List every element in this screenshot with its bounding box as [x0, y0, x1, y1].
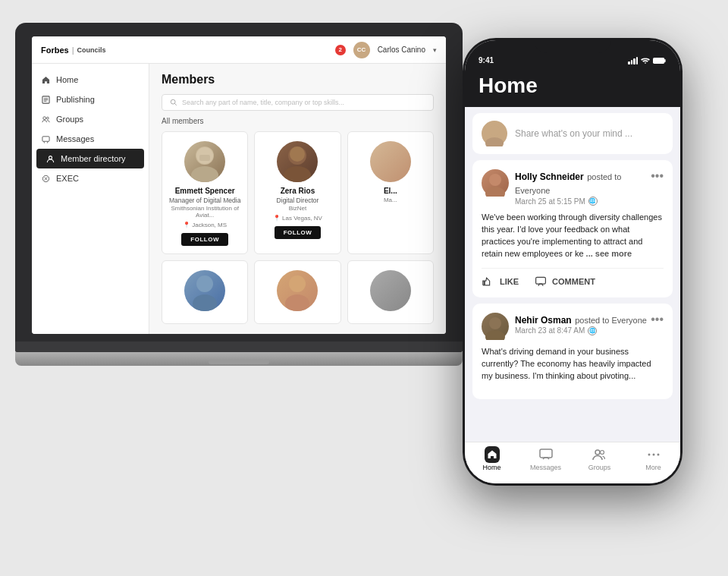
svg-point-33	[600, 451, 604, 455]
avatar	[184, 141, 225, 182]
svg-point-30	[485, 330, 505, 340]
post-header: Holly Schneider posted to Everyone March…	[482, 169, 664, 206]
phone-page-title: Home	[479, 74, 667, 98]
sidebar-item-groups[interactable]: Groups	[32, 109, 149, 129]
exec-icon	[41, 174, 50, 183]
post-options-button[interactable]: •••	[651, 313, 664, 326]
comment-button[interactable]: COMMENT	[534, 275, 595, 288]
status-time: 9:41	[479, 56, 494, 65]
svg-rect-31	[540, 449, 552, 458]
groups-icon	[41, 115, 50, 124]
member-card	[347, 260, 434, 324]
dropdown-arrow-icon[interactable]: ▾	[433, 46, 437, 54]
nav-item-groups[interactable]: Groups	[573, 447, 626, 471]
sidebar-item-home[interactable]: Home	[32, 70, 149, 90]
svg-point-27	[485, 187, 505, 197]
svg-point-26	[489, 174, 501, 186]
follow-button[interactable]: FOLLOW	[181, 233, 228, 246]
user-avatar	[482, 121, 507, 146]
laptop-hinge	[15, 342, 463, 352]
share-box[interactable]: Share what's on your mind ...	[472, 113, 673, 154]
post-meta: Nehir Osman posted to Everyone March 23 …	[515, 313, 647, 335]
svg-point-5	[46, 117, 49, 119]
location-icon: 📍	[183, 222, 190, 228]
post-card: Nehir Osman posted to Everyone March 23 …	[472, 304, 673, 399]
laptop-screen-inner: Forbes | Councils 2 CC Carlos Canino ▾	[32, 36, 446, 334]
member-location: 📍 Jackson, MS	[168, 222, 241, 228]
comment-icon	[534, 275, 548, 288]
laptop-device: Forbes | Councils 2 CC Carlos Canino ▾	[15, 23, 463, 493]
members-grid: Emmett Spencer Manager of Digital Media …	[162, 131, 434, 324]
home-nav-icon	[485, 447, 500, 462]
like-button[interactable]: LIKE	[482, 275, 519, 288]
svg-point-20	[289, 275, 306, 292]
nav-item-more[interactable]: More	[626, 447, 680, 471]
search-bar[interactable]: Search any part of name, title, company …	[162, 94, 434, 111]
svg-point-35	[652, 454, 654, 456]
follow-button[interactable]: FOLLOW	[275, 226, 322, 239]
groups-nav-icon	[592, 447, 607, 462]
member-card	[162, 260, 248, 324]
post-options-button[interactable]: •••	[651, 169, 664, 183]
svg-point-19	[193, 294, 217, 311]
notification-badge[interactable]: 2	[335, 45, 346, 55]
member-name: El...	[354, 187, 427, 195]
avatar	[370, 270, 411, 311]
svg-point-17	[290, 146, 305, 162]
svg-point-12	[191, 166, 218, 182]
all-members-label: All members	[162, 117, 434, 125]
svg-rect-28	[536, 277, 546, 284]
member-company: Smithsonian Institution of Aviat...	[168, 205, 241, 219]
svg-point-9	[171, 99, 175, 104]
svg-point-36	[657, 454, 659, 456]
post-header: Nehir Osman posted to Everyone March 23 …	[482, 313, 664, 340]
nav-item-home[interactable]: Home	[465, 447, 519, 471]
member-name: Zera Rios	[261, 187, 334, 195]
nav-item-messages[interactable]: Messages	[519, 447, 573, 471]
messages-icon	[41, 134, 50, 143]
svg-point-25	[485, 137, 504, 146]
like-icon	[482, 275, 495, 288]
search-placeholder: Search any part of name, title, company …	[182, 99, 344, 106]
svg-point-21	[285, 294, 309, 311]
more-nav-icon	[646, 447, 661, 462]
phone-status-bar: 9:41	[465, 40, 680, 68]
share-placeholder: Share what's on your mind ...	[515, 128, 632, 139]
svg-point-18	[196, 275, 213, 292]
user-avatar: CC	[353, 42, 370, 58]
member-title: Digital Director	[261, 197, 334, 204]
svg-point-29	[489, 317, 501, 329]
wifi-icon	[641, 58, 650, 65]
member-title: Manager of Digital Media	[168, 197, 241, 204]
nav-label-more: More	[645, 464, 661, 471]
member-directory-icon	[46, 154, 55, 163]
member-name: Emmett Spencer	[168, 187, 241, 195]
signal-icon	[628, 57, 638, 65]
post-author-avatar	[482, 313, 509, 340]
sidebar-item-exec[interactable]: EXEC	[32, 168, 149, 188]
sidebar-item-member-directory[interactable]: Member directory	[36, 149, 144, 168]
post-actions: LIKE COMMENT	[482, 268, 664, 288]
svg-point-4	[42, 116, 46, 119]
members-title: Members	[162, 73, 434, 87]
post-date: March 25 at 5:15 PM 🌐	[515, 197, 651, 206]
phone-header: Home	[465, 68, 680, 107]
messages-nav-icon	[538, 447, 554, 462]
see-more-link[interactable]: ... see more	[586, 249, 632, 258]
sidebar-item-messages[interactable]: Messages	[32, 129, 149, 149]
battery-icon	[653, 57, 667, 65]
post-author-name: Nehir Osman posted to Everyone	[515, 313, 647, 326]
svg-rect-6	[42, 136, 49, 140]
svg-line-10	[174, 103, 177, 105]
status-icons	[628, 57, 667, 65]
post-user-info: Nehir Osman posted to Everyone March 23 …	[482, 313, 647, 340]
member-card	[254, 260, 340, 324]
nav-label-groups: Groups	[588, 464, 611, 471]
phone-feed: Share what's on your mind ... Holly Schn…	[465, 107, 680, 442]
post-author-name: Holly Schneider posted to Everyone	[515, 169, 651, 197]
sidebar-item-publishing[interactable]: Publishing	[32, 90, 149, 109]
globe-icon: 🌐	[588, 197, 598, 206]
laptop-body: Home Publishing Groups	[32, 64, 446, 334]
member-company: Ma...	[354, 197, 427, 203]
laptop-topbar: Forbes | Councils 2 CC Carlos Canino ▾	[32, 36, 446, 64]
